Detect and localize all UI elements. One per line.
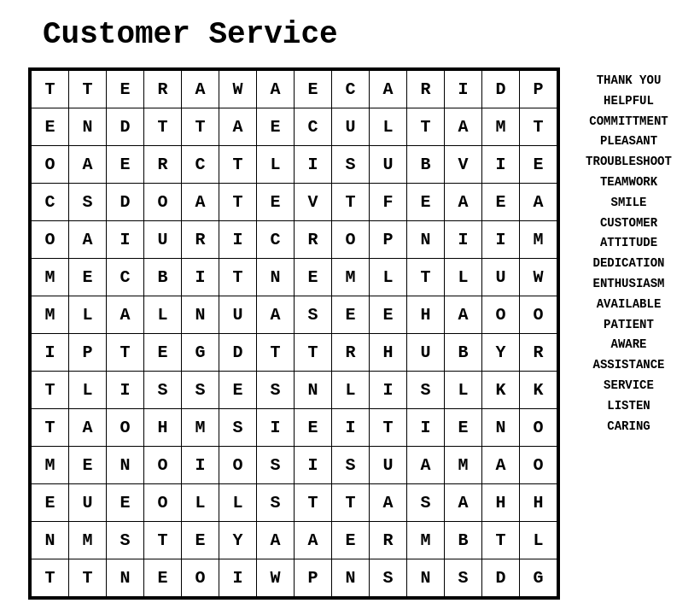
grid-cell: E bbox=[144, 559, 182, 597]
grid-cell: T bbox=[32, 559, 69, 597]
word-list-item: ATTITUDE bbox=[600, 233, 657, 254]
grid-cell: M bbox=[520, 221, 557, 259]
grid-cell: S bbox=[257, 372, 295, 409]
grid-cell: P bbox=[370, 221, 407, 259]
word-list-item: TEAMWORK bbox=[600, 173, 657, 193]
grid-cell: N bbox=[107, 447, 144, 484]
grid-cell: T bbox=[32, 71, 69, 108]
grid-cell: L bbox=[445, 372, 482, 409]
grid-cell: E bbox=[107, 71, 144, 108]
table-row: ENDTTAECULTAMT bbox=[32, 108, 557, 146]
grid-cell: R bbox=[520, 334, 557, 372]
grid-cell: K bbox=[482, 372, 520, 409]
grid-cell: A bbox=[69, 146, 107, 184]
grid-cell: N bbox=[407, 221, 445, 259]
grid-cell: P bbox=[520, 71, 557, 108]
grid-cell: A bbox=[69, 409, 107, 447]
grid-cell: H bbox=[520, 484, 557, 522]
word-list: THANK YOUHELPFULCOMMITTMENTPLEASANTTROUB… bbox=[586, 71, 672, 436]
grid-cell: O bbox=[32, 146, 69, 184]
grid-cell: O bbox=[144, 484, 182, 522]
grid-cell: M bbox=[69, 522, 107, 559]
grid-cell: D bbox=[107, 184, 144, 221]
word-list-item: ASSISTANCE bbox=[592, 355, 664, 376]
grid-cell: B bbox=[445, 522, 482, 559]
grid-cell: M bbox=[182, 409, 219, 447]
grid-cell: E bbox=[407, 184, 445, 221]
grid-cell: O bbox=[182, 559, 219, 597]
grid-cell: T bbox=[482, 522, 520, 559]
grid-cell: I bbox=[295, 447, 332, 484]
table-row: CSDOATEVTFEAEA bbox=[32, 184, 557, 221]
grid-cell: O bbox=[482, 296, 520, 334]
grid-cell: T bbox=[219, 146, 257, 184]
grid-cell: H bbox=[407, 296, 445, 334]
grid-cell: E bbox=[32, 108, 69, 146]
grid-cell: R bbox=[144, 146, 182, 184]
grid-cell: T bbox=[370, 409, 407, 447]
grid-cell: N bbox=[332, 559, 370, 597]
grid-cell: N bbox=[257, 259, 295, 296]
grid-cell: I bbox=[182, 447, 219, 484]
word-list-item: LISTEN bbox=[607, 396, 650, 417]
grid-cell: M bbox=[32, 447, 69, 484]
grid-cell: E bbox=[107, 484, 144, 522]
grid-cell: O bbox=[219, 447, 257, 484]
word-list-item: AWARE bbox=[610, 335, 646, 355]
grid-cell: T bbox=[332, 184, 370, 221]
word-list-item: THANK YOU bbox=[597, 71, 662, 91]
word-list-item: SERVICE bbox=[604, 376, 654, 396]
grid-cell: T bbox=[32, 409, 69, 447]
grid-cell: O bbox=[520, 409, 557, 447]
grid-cell: T bbox=[295, 484, 332, 522]
grid-cell: R bbox=[407, 71, 445, 108]
word-list-item: PATIENT bbox=[604, 315, 654, 336]
grid-cell: L bbox=[257, 146, 295, 184]
grid-cell: I bbox=[107, 221, 144, 259]
grid-cell: L bbox=[520, 522, 557, 559]
grid-cell: S bbox=[107, 522, 144, 559]
page-title: Customer Service bbox=[43, 17, 338, 52]
grid-cell: S bbox=[407, 372, 445, 409]
grid-cell: C bbox=[332, 71, 370, 108]
grid-cell: W bbox=[257, 559, 295, 597]
grid-cell: T bbox=[69, 71, 107, 108]
grid-cell: N bbox=[107, 559, 144, 597]
grid-cell: Y bbox=[482, 334, 520, 372]
grid-cell: N bbox=[407, 559, 445, 597]
grid-cell: C bbox=[257, 221, 295, 259]
grid-cell: A bbox=[182, 184, 219, 221]
grid-cell: I bbox=[482, 146, 520, 184]
grid-cell: O bbox=[107, 409, 144, 447]
table-row: TTNEOIWPNSNSDG bbox=[32, 559, 557, 597]
word-list-item: PLEASANT bbox=[600, 132, 657, 152]
grid-cell: T bbox=[407, 108, 445, 146]
grid-cell: W bbox=[520, 259, 557, 296]
grid-cell: L bbox=[332, 372, 370, 409]
grid-cell: T bbox=[520, 108, 557, 146]
grid-cell: T bbox=[332, 484, 370, 522]
table-row: OAERCTLISUBVIE bbox=[32, 146, 557, 184]
grid-cell: D bbox=[482, 71, 520, 108]
grid-cell: S bbox=[370, 559, 407, 597]
word-list-item: COMMITTMENT bbox=[589, 112, 668, 132]
grid-cell: A bbox=[445, 296, 482, 334]
grid-cell: G bbox=[182, 334, 219, 372]
grid-cell: L bbox=[144, 296, 182, 334]
grid-cell: U bbox=[144, 221, 182, 259]
grid-cell: R bbox=[295, 221, 332, 259]
grid-cell: U bbox=[332, 108, 370, 146]
grid-cell: C bbox=[107, 259, 144, 296]
grid-cell: I bbox=[370, 372, 407, 409]
grid-cell: L bbox=[370, 259, 407, 296]
grid-cell: O bbox=[32, 221, 69, 259]
grid-cell: O bbox=[520, 296, 557, 334]
grid-cell: F bbox=[370, 184, 407, 221]
grid-cell: M bbox=[32, 296, 69, 334]
grid-cell: E bbox=[295, 71, 332, 108]
grid-cell: T bbox=[32, 372, 69, 409]
grid-cell: A bbox=[182, 71, 219, 108]
grid-cell: H bbox=[370, 334, 407, 372]
grid-cell: O bbox=[144, 447, 182, 484]
grid-cell: B bbox=[445, 334, 482, 372]
